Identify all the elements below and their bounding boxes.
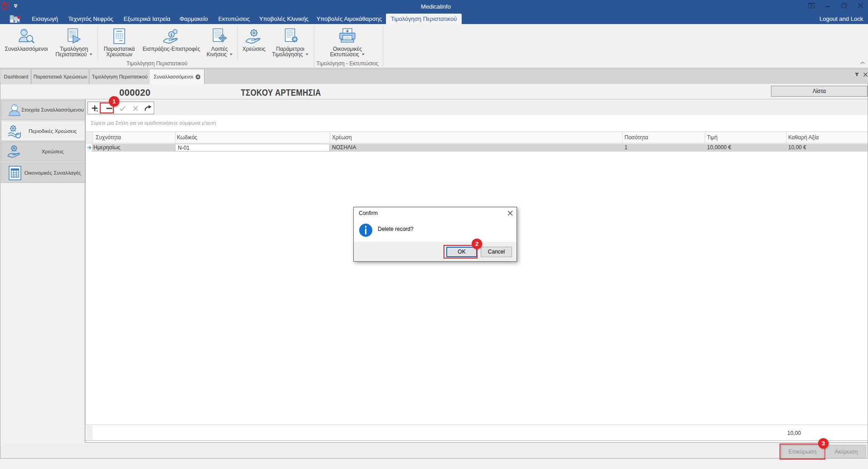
svg-text:1: 1 <box>170 32 173 37</box>
